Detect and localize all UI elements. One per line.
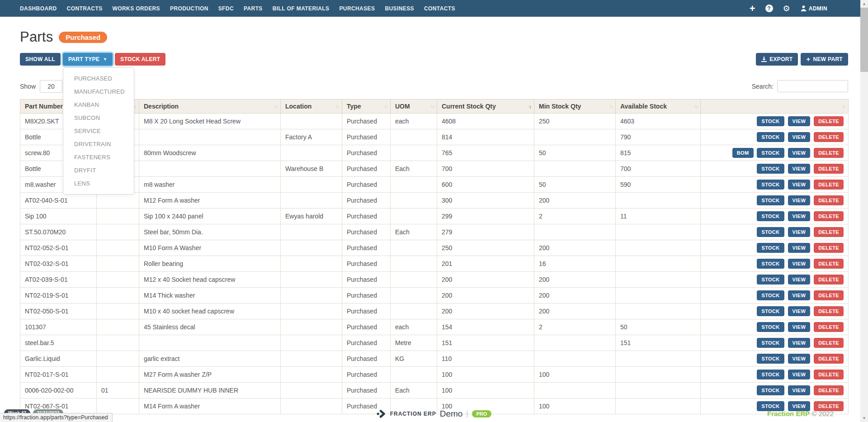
- view-button[interactable]: VIEW: [788, 211, 811, 221]
- part-type-option[interactable]: SERVICE: [63, 124, 134, 138]
- nav-item[interactable]: CONTRACTS: [62, 5, 108, 12]
- view-button[interactable]: VIEW: [788, 385, 811, 395]
- col-type[interactable]: Type↑↓: [342, 100, 391, 114]
- view-button[interactable]: VIEW: [788, 132, 811, 142]
- part-type-option[interactable]: FASTENERS: [63, 151, 134, 164]
- view-button[interactable]: VIEW: [788, 306, 811, 316]
- nav-item[interactable]: BUSINESS: [380, 5, 419, 12]
- view-button[interactable]: VIEW: [788, 148, 811, 158]
- delete-button[interactable]: DELETE: [814, 180, 844, 190]
- stock-alert-button[interactable]: STOCK ALERT: [115, 53, 165, 66]
- part-type-option[interactable]: PURCHASED: [63, 72, 134, 85]
- nav-item[interactable]: PRODUCTION: [165, 5, 213, 12]
- delete-button[interactable]: DELETE: [814, 132, 844, 142]
- stock-button[interactable]: STOCK: [757, 116, 784, 126]
- scrollbar[interactable]: ▲ ▼: [860, 0, 868, 422]
- delete-button[interactable]: DELETE: [814, 290, 844, 300]
- view-button[interactable]: VIEW: [788, 354, 811, 364]
- stock-button[interactable]: STOCK: [757, 211, 784, 221]
- delete-button[interactable]: DELETE: [814, 148, 844, 158]
- stock-button[interactable]: STOCK: [757, 290, 784, 300]
- view-button[interactable]: VIEW: [788, 180, 811, 190]
- delete-button[interactable]: DELETE: [814, 322, 844, 332]
- nav-item[interactable]: BILL OF MATERIALS: [268, 5, 335, 12]
- part-type-option[interactable]: DRYFIT: [63, 164, 134, 177]
- scroll-thumb[interactable]: [860, 8, 868, 72]
- view-button[interactable]: VIEW: [788, 259, 811, 269]
- stock-button[interactable]: STOCK: [757, 306, 784, 316]
- part-type-button[interactable]: PART TYPE▼: [63, 53, 113, 66]
- scroll-down-icon[interactable]: ▼: [860, 414, 868, 422]
- stock-button[interactable]: STOCK: [757, 275, 784, 284]
- delete-button[interactable]: DELETE: [814, 306, 844, 316]
- delete-button[interactable]: DELETE: [814, 385, 844, 395]
- help-icon[interactable]: ?: [765, 5, 773, 12]
- stock-button[interactable]: STOCK: [757, 195, 784, 205]
- new-part-button[interactable]: + NEW PART: [801, 53, 848, 66]
- nav-item[interactable]: PURCHASES: [334, 5, 380, 12]
- nav-item[interactable]: SFDC: [213, 5, 239, 12]
- settings-gear-icon[interactable]: ⚙: [783, 5, 790, 13]
- delete-button[interactable]: DELETE: [814, 275, 844, 284]
- part-type-option[interactable]: DRIVETRAIN: [63, 138, 134, 151]
- stock-button[interactable]: STOCK: [757, 259, 784, 269]
- stock-button[interactable]: STOCK: [757, 243, 784, 253]
- view-button[interactable]: VIEW: [788, 275, 811, 284]
- show-all-button[interactable]: SHOW ALL: [20, 53, 61, 66]
- page-size-select[interactable]: 20: [40, 80, 62, 93]
- view-button[interactable]: VIEW: [788, 370, 811, 379]
- delete-button[interactable]: DELETE: [814, 116, 844, 126]
- stock-button[interactable]: STOCK: [757, 322, 784, 332]
- delete-button[interactable]: DELETE: [814, 338, 844, 348]
- col-available-stock[interactable]: Available Stock↑↓: [616, 100, 701, 114]
- stock-button[interactable]: STOCK: [757, 227, 784, 237]
- col-actions[interactable]: ↑↓: [701, 100, 849, 114]
- delete-button[interactable]: DELETE: [814, 243, 844, 253]
- admin-menu[interactable]: ADMIN: [800, 5, 827, 12]
- part-type-option[interactable]: LENS: [63, 177, 134, 190]
- delete-button[interactable]: DELETE: [814, 195, 844, 205]
- view-button[interactable]: VIEW: [788, 195, 811, 205]
- delete-button[interactable]: DELETE: [814, 211, 844, 221]
- cell-actions: STOCK VIEW DELETE: [701, 303, 849, 319]
- scroll-up-icon[interactable]: ▲: [860, 0, 868, 8]
- col-min-stock[interactable]: Min Stock Qty↑↓: [534, 100, 616, 114]
- stock-button[interactable]: STOCK: [757, 370, 784, 379]
- col-uom[interactable]: UOM↑↓: [391, 100, 437, 114]
- view-button[interactable]: VIEW: [788, 164, 811, 174]
- nav-item[interactable]: WORKS ORDERS: [108, 5, 165, 12]
- stock-button[interactable]: STOCK: [757, 385, 784, 395]
- delete-button[interactable]: DELETE: [814, 227, 844, 237]
- view-button[interactable]: VIEW: [788, 227, 811, 237]
- stock-button[interactable]: STOCK: [757, 132, 784, 142]
- stock-button[interactable]: STOCK: [757, 180, 784, 190]
- col-description[interactable]: Description↑↓: [139, 100, 281, 114]
- view-button[interactable]: VIEW: [788, 338, 811, 348]
- cell-issue: [97, 272, 139, 288]
- part-type-option[interactable]: MANUFACTURED: [63, 85, 134, 98]
- part-type-option[interactable]: SUBCON: [63, 111, 134, 124]
- part-type-option[interactable]: KANBAN: [63, 98, 134, 111]
- col-location[interactable]: Location↑↓: [281, 100, 342, 114]
- nav-item[interactable]: PARTS: [239, 5, 268, 12]
- quick-add-icon[interactable]: +: [750, 4, 755, 14]
- cell-type: Purchased: [342, 335, 391, 351]
- view-button[interactable]: VIEW: [788, 243, 811, 253]
- export-button[interactable]: EXPORT: [756, 53, 798, 66]
- col-current-stock[interactable]: Current Stock Qty↑↓: [437, 100, 534, 114]
- delete-button[interactable]: DELETE: [814, 370, 844, 379]
- delete-button[interactable]: DELETE: [814, 259, 844, 269]
- nav-item[interactable]: DASHBOARD: [15, 5, 62, 12]
- stock-button[interactable]: STOCK: [757, 354, 784, 364]
- bom-button[interactable]: BOM: [732, 148, 754, 158]
- view-button[interactable]: VIEW: [788, 290, 811, 300]
- delete-button[interactable]: DELETE: [814, 354, 844, 364]
- view-button[interactable]: VIEW: [788, 116, 811, 126]
- stock-button[interactable]: STOCK: [757, 338, 784, 348]
- stock-button[interactable]: STOCK: [757, 164, 784, 174]
- view-button[interactable]: VIEW: [788, 322, 811, 332]
- stock-button[interactable]: STOCK: [757, 148, 784, 158]
- delete-button[interactable]: DELETE: [814, 164, 844, 174]
- search-input[interactable]: [777, 80, 848, 92]
- nav-item[interactable]: CONTACTS: [419, 5, 460, 12]
